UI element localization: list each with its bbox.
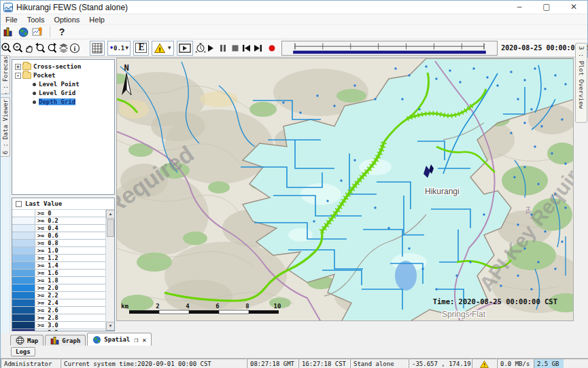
status-warning-cell[interactable]: ! [472,358,497,368]
scrollbar-thumb[interactable] [107,219,114,237]
scroll-down-icon[interactable]: ▼ [106,322,114,331]
legend-label: >= 0.6 [35,232,58,239]
database-display-button[interactable] [1,25,16,39]
legend-label: >= 3.2 [35,329,58,331]
left-tab-strip: 5 : Forecast 6 : Data Viewer [1,58,10,333]
warning-threshold-dropdown[interactable]: ! ▼ [152,41,174,56]
legend-row[interactable]: >= 2.8 [12,314,105,322]
close-button[interactable]: ✕ [560,1,587,14]
tree-item[interactable]: Level Grid [15,89,114,97]
bar-chart-icon [50,336,59,345]
last-value-checkbox[interactable] [16,201,22,207]
tab-data-viewer[interactable]: 6 : Data Viewer [1,97,10,157]
maximize-button[interactable]: ▢ [533,1,560,14]
record-button[interactable] [268,41,276,55]
legend-row[interactable]: >= 0.4 [12,225,105,232]
legend-label: >= 1.0 [35,247,58,254]
legend-scrollbar[interactable]: ▲ ▼ [105,210,114,331]
animation-timer-icon[interactable] [194,41,207,55]
legend-row[interactable]: >= 2.2 [12,292,105,299]
skip-to-start-button[interactable] [242,41,251,55]
color-swatch [12,262,35,269]
zoom-previous-icon[interactable] [35,41,46,55]
deep-water-patch [395,261,417,291]
legend-label: >= 0.4 [35,225,58,232]
logs-button[interactable]: Logs [11,347,35,356]
time-slider[interactable] [281,41,498,56]
svg-text:!: ! [483,363,485,368]
tab-close-icon[interactable]: ✕ [142,336,146,344]
tree-item[interactable]: Depth Grid [15,98,114,106]
color-swatch [12,322,35,329]
grid-toggle-button[interactable] [90,41,105,56]
map-canvas[interactable]: API Key Required API Key Required Hikura… [117,58,574,321]
bullet-icon [33,92,36,95]
status-local-time: 16:27:18 CST [298,358,350,368]
legend-row[interactable]: >= 0.6 [12,232,105,240]
classbreak-dropdown[interactable]: •0.1▼ [107,41,131,56]
tree-item[interactable]: + Cross-section [15,62,114,71]
menu-item[interactable]: File [5,16,18,24]
legend-toggle-button[interactable]: E [133,41,149,56]
svg-text:6: 6 [215,303,219,310]
status-system-time: Current system time:2020-09-01 00:00 CST [60,358,247,368]
legend-row[interactable]: >= 1.8 [12,277,105,284]
legend-row[interactable]: >= 1.2 [12,255,105,262]
bullet-icon [33,83,36,86]
legend-row[interactable]: >= 2.0 [12,284,105,292]
tree-expander[interactable]: - [15,73,21,79]
legend-row[interactable]: >= 2.6 [12,307,105,314]
animation-movie-button[interactable] [177,41,193,56]
color-swatch [12,232,35,239]
tab-forecast[interactable]: 5 : Forecast [1,55,10,94]
tree-item[interactable]: Level Point [15,80,114,88]
legend-row[interactable]: >= 3.2 [12,329,105,331]
tab-map[interactable]: Map [10,335,44,346]
legend-label: >= 0.2 [35,217,58,224]
play-button[interactable] [207,41,215,55]
legend-row[interactable]: >= 1.0 [12,247,105,255]
legend-row[interactable]: >= 1.4 [12,262,105,270]
menu-item[interactable]: Help [89,16,105,24]
timeseries-dialog-button[interactable] [31,25,46,39]
layers-icon[interactable] [58,41,69,55]
zoom-out-icon[interactable] [12,41,24,55]
color-swatch [12,292,35,299]
menu-item[interactable]: Options [54,16,80,24]
tree-item[interactable]: - Pocket [15,71,114,79]
color-swatch [12,247,35,254]
last-value-label: Last Value [25,200,62,207]
status-user: Administrator [1,358,60,368]
chevron-down-icon: ▼ [125,45,128,51]
tab-graph[interactable]: Graph [45,335,86,346]
legend-row[interactable]: >= 2.4 [12,299,105,307]
menu-item[interactable]: Tools [27,16,45,24]
tab-spatial[interactable]: Spatial ❐ ✕ [87,333,152,346]
skip-to-end-button[interactable] [254,41,262,55]
zoom-in-icon[interactable] [1,41,12,55]
color-swatch [12,277,35,284]
minimize-button[interactable]: – [506,1,533,14]
zoom-next-icon[interactable] [46,41,58,55]
legend-row[interactable]: >= 0.2 [12,217,105,225]
help-button[interactable]: ? [54,25,69,39]
map-viewport[interactable]: API Key Required API Key Required Hikura… [116,58,574,321]
pan-hand-icon[interactable] [24,41,35,55]
tab-maximize-icon[interactable]: ❐ [134,336,138,344]
info-icon[interactable]: i [69,41,80,55]
map-display-button[interactable] [16,25,31,39]
status-gmt-time: 08:27:18 GMT [247,358,298,368]
legend-label: >= 2.0 [35,284,58,291]
legend-row[interactable]: >= 3.0 [12,322,105,329]
legend-row[interactable]: >= 1.6 [12,270,105,277]
town-label: Hikurangi [425,187,460,196]
timeline-range-bar[interactable] [293,50,486,54]
legend-row[interactable]: >= 0 [12,210,105,217]
legend-row[interactable]: >= 0.8 [12,240,105,247]
scroll-up-icon[interactable]: ▲ [106,210,114,219]
tree-expander[interactable]: + [15,64,21,70]
layer-tree: + Cross-section - Pocket [12,59,115,195]
stop-button[interactable] [231,41,239,55]
tab-plot-overview[interactable]: 3 : Plot Overview [575,43,587,123]
pause-button[interactable] [219,41,227,55]
